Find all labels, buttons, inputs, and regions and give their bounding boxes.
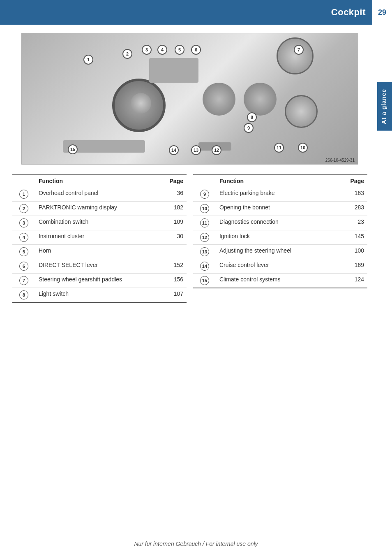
row-number: 3 <box>12 216 35 230</box>
row-function: Ignition lock <box>216 230 337 245</box>
row-page: 30 <box>156 230 187 245</box>
row-number: 2 <box>12 202 35 216</box>
row-function: Horn <box>35 245 156 259</box>
row-number: 13 <box>193 245 216 259</box>
row-function: Opening the bonnet <box>216 202 337 216</box>
row-number: 9 <box>193 187 216 202</box>
row-function: Overhead control panel <box>35 187 156 202</box>
table-row: 6 DIRECT SELECT lever 152 <box>12 259 187 274</box>
row-number: 8 <box>12 288 35 303</box>
table-row: 1 Overhead control panel 36 <box>12 187 187 202</box>
row-page: 124 <box>337 274 367 288</box>
callout-2: 2 <box>122 49 132 59</box>
page-number: 29 <box>372 0 392 25</box>
row-page: 163 <box>337 187 367 202</box>
row-number: 5 <box>12 245 35 259</box>
row-page: 182 <box>156 202 187 216</box>
circled-number: 15 <box>200 276 209 285</box>
callout-13: 13 <box>191 145 201 155</box>
table-row: 5 Horn <box>12 245 187 259</box>
row-function: Combination switch <box>35 216 156 230</box>
side-tab-at-a-glance: At a glance <box>377 82 392 131</box>
right-col-function: Function <box>216 175 337 187</box>
row-function: Instrument cluster <box>35 230 156 245</box>
row-function: Diagnostics connection <box>216 216 337 230</box>
row-number: 12 <box>193 230 216 245</box>
circled-number: 12 <box>200 233 209 242</box>
row-page <box>156 245 187 259</box>
table-row: 13 Adjusting the steering wheel 100 <box>193 245 367 259</box>
row-page: 156 <box>156 274 187 288</box>
right-table: Function Page 9 Electric parking brake 1… <box>193 174 367 303</box>
table-row: 7 Steering wheel gearshift paddles 156 <box>12 274 187 288</box>
callout-6: 6 <box>191 45 201 55</box>
table-row: 8 Light switch 107 <box>12 288 187 303</box>
circled-number: 9 <box>200 190 209 199</box>
row-number: 14 <box>193 259 216 274</box>
row-function: PARKTRONIC warning display <box>35 202 156 216</box>
table-row: 11 Diagnostics connection 23 <box>193 216 367 230</box>
circled-number: 2 <box>19 204 28 213</box>
left-table: Function Page 1 Overhead control panel 3… <box>12 174 187 303</box>
callout-5: 5 <box>175 45 184 55</box>
callout-7: 7 <box>294 45 304 55</box>
row-page: 23 <box>337 216 367 230</box>
row-number: 1 <box>12 187 35 202</box>
table-row: 4 Instrument cluster 30 <box>12 230 187 245</box>
table-row: 10 Opening the bonnet 283 <box>193 202 367 216</box>
row-page: 152 <box>156 259 187 274</box>
footer-text: Nur für internen Gebrauch / For internal… <box>0 541 392 547</box>
callout-8: 8 <box>247 112 257 122</box>
row-page: 36 <box>156 187 187 202</box>
row-function: Adjusting the steering wheel <box>216 245 337 259</box>
row-number: 15 <box>193 274 216 288</box>
dashboard-background: 1 2 3 4 5 6 7 8 9 10 11 12 13 14 15 266-… <box>22 33 358 164</box>
circled-number: 13 <box>200 247 209 256</box>
cockpit-diagram-image: 1 2 3 4 5 6 7 8 9 10 11 12 13 14 15 266-… <box>21 33 358 165</box>
row-page: 100 <box>337 245 367 259</box>
circled-number: 4 <box>19 233 28 242</box>
row-page: 107 <box>156 288 187 303</box>
row-page: 145 <box>337 230 367 245</box>
table-row: 9 Electric parking brake 163 <box>193 187 367 202</box>
row-function: Light switch <box>35 288 156 303</box>
circled-number: 6 <box>19 262 28 271</box>
left-col-page: Page <box>156 175 187 187</box>
circled-number: 10 <box>200 204 209 213</box>
circled-number: 1 <box>19 190 28 199</box>
circled-number: 14 <box>200 262 209 271</box>
header-bar: Cockpit 29 <box>0 0 392 25</box>
row-number: 11 <box>193 216 216 230</box>
circled-number: 11 <box>200 218 209 227</box>
table-row: 2 PARKTRONIC warning display 182 <box>12 202 187 216</box>
row-function: Climate control systems <box>216 274 337 288</box>
row-number: 4 <box>12 230 35 245</box>
row-page: 283 <box>337 202 367 216</box>
page-title: Cockpit <box>331 7 372 18</box>
row-page: 109 <box>156 216 187 230</box>
main-content: 1 2 3 4 5 6 7 8 9 10 11 12 13 14 15 266-… <box>0 25 392 311</box>
right-col-num <box>193 175 216 187</box>
callout-11: 11 <box>274 143 284 153</box>
circled-number: 5 <box>19 247 28 256</box>
callout-12: 12 <box>212 145 221 155</box>
callout-10: 10 <box>298 143 308 153</box>
table-row: 14 Cruise control lever 169 <box>193 259 367 274</box>
callout-3: 3 <box>142 45 152 55</box>
row-function: Cruise control lever <box>216 259 337 274</box>
circled-number: 8 <box>19 290 28 299</box>
callout-4: 4 <box>157 45 167 55</box>
table-row: 15 Climate control systems 124 <box>193 274 367 288</box>
circled-number: 7 <box>19 276 28 285</box>
left-function-table: Function Page 1 Overhead control panel 3… <box>12 174 187 303</box>
callout-1: 1 <box>83 55 93 65</box>
image-watermark: 266-10-4529-31 <box>325 158 355 162</box>
row-number: 7 <box>12 274 35 288</box>
right-function-table: Function Page 9 Electric parking brake 1… <box>193 174 367 288</box>
table-row: 3 Combination switch 109 <box>12 216 187 230</box>
tables-section: Function Page 1 Overhead control panel 3… <box>12 174 367 303</box>
row-function: Electric parking brake <box>216 187 337 202</box>
table-row: 12 Ignition lock 145 <box>193 230 367 245</box>
left-col-num <box>12 175 35 187</box>
right-col-page: Page <box>337 175 367 187</box>
